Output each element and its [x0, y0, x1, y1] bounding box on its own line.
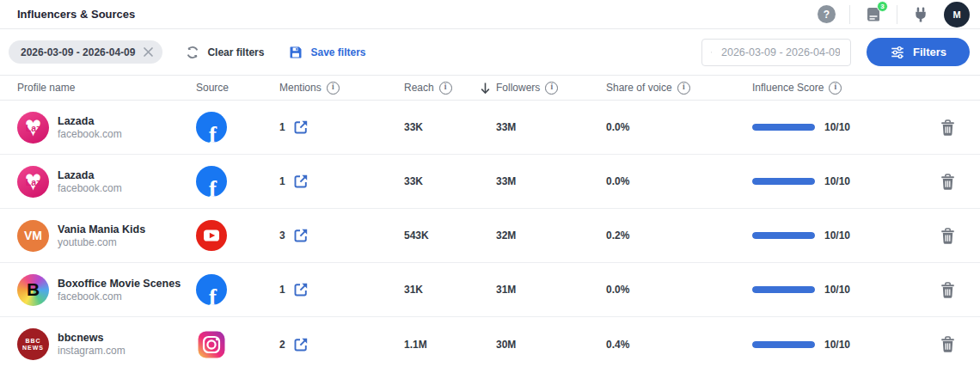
influence-score-bar-fill	[752, 178, 815, 185]
filter-bar: 2026-03-09 - 2026-04-09 Clear filters Sa…	[0, 29, 980, 76]
influence-score-cell: 10/10	[752, 121, 928, 133]
influence-score-value: 10/10	[824, 175, 850, 187]
open-mentions-button[interactable]	[292, 119, 309, 136]
mentions-count: 1	[279, 284, 285, 296]
filters-button[interactable]: Filters	[867, 38, 970, 66]
date-range-input[interactable]	[720, 46, 842, 59]
influence-score-bar-fill	[752, 124, 815, 131]
col-mentions[interactable]: Mentions	[279, 82, 404, 95]
table-row[interactable]: VM Vania Mania Kids youtube.com 3	[0, 209, 980, 263]
info-icon[interactable]	[829, 82, 842, 95]
avatar-text: BBC	[25, 338, 40, 345]
info-icon[interactable]	[677, 82, 690, 95]
trash-icon	[940, 119, 956, 137]
date-range-chip-label: 2026-03-09 - 2026-04-09	[21, 46, 135, 58]
delete-row-button[interactable]	[940, 173, 956, 191]
col-followers-label: Followers	[496, 82, 540, 94]
updates-button[interactable]: 3	[864, 5, 883, 24]
profile-cell[interactable]: BBC NEWS bbcnews instagram.com	[17, 328, 196, 360]
info-icon[interactable]	[545, 82, 558, 95]
profile-cell[interactable]: B Boxoffice Movie Scenes facebook.com	[17, 274, 196, 306]
table-row[interactable]: Laz Lazada facebook.com 1	[0, 101, 980, 155]
divider	[849, 5, 850, 24]
profile-avatar: VM	[17, 220, 49, 252]
delete-cell	[928, 119, 963, 137]
profile-name[interactable]: Boxoffice Movie Scenes	[58, 278, 181, 290]
integrations-button[interactable]	[911, 5, 930, 24]
table-row[interactable]: BBC NEWS bbcnews instagram.com	[0, 317, 980, 371]
mentions-cell: 1	[279, 173, 404, 190]
followers-cell: 31M	[480, 284, 606, 296]
col-influence-score[interactable]: Influence Score	[752, 82, 928, 95]
external-link-icon	[292, 227, 309, 244]
open-mentions-button[interactable]	[292, 173, 309, 190]
help-icon[interactable]: ?	[818, 5, 836, 23]
trash-icon	[940, 173, 956, 191]
clear-filters-label: Clear filters	[207, 46, 264, 58]
profile-cell[interactable]: Laz Lazada facebook.com	[17, 112, 196, 144]
table-row[interactable]: B Boxoffice Movie Scenes facebook.com 1	[0, 263, 980, 317]
share-of-voice-cell: 0.0%	[606, 121, 752, 133]
profile-text: Vania Mania Kids youtube.com	[58, 223, 145, 248]
date-range-input-wrapper[interactable]	[701, 39, 851, 66]
external-link-icon	[292, 281, 309, 298]
sort-desc-icon	[480, 82, 491, 95]
trash-icon	[940, 335, 956, 353]
col-reach-label: Reach	[404, 82, 434, 94]
sliders-icon	[890, 45, 905, 60]
profile-avatar: BBC NEWS	[17, 328, 49, 360]
delete-row-button[interactable]	[940, 335, 956, 353]
profile-name[interactable]: Lazada	[58, 169, 122, 181]
date-range-chip[interactable]: 2026-03-09 - 2026-04-09	[9, 40, 162, 64]
delete-row-button[interactable]	[940, 119, 956, 137]
info-icon[interactable]	[439, 82, 452, 95]
delete-cell	[928, 281, 963, 299]
col-followers[interactable]: Followers	[480, 82, 606, 95]
reach-cell: 33K	[404, 175, 480, 187]
avatar-text: B	[27, 279, 40, 300]
calendar-icon	[711, 45, 712, 60]
mentions-count: 1	[279, 121, 285, 133]
app-header: Influencers & Sources ? 3 M	[0, 0, 980, 29]
clear-filters-button[interactable]: Clear filters	[185, 45, 264, 60]
filters-button-label: Filters	[913, 46, 946, 58]
open-mentions-button[interactable]	[292, 227, 309, 244]
chip-close-icon[interactable]	[143, 46, 154, 58]
profile-domain: instagram.com	[58, 345, 126, 357]
profile-avatar: Laz	[17, 166, 49, 198]
avatar-text: NEWS	[22, 345, 44, 352]
col-source: Source	[196, 82, 279, 94]
trash-icon	[940, 227, 956, 245]
delete-cell	[928, 227, 963, 245]
profile-cell[interactable]: Laz Lazada facebook.com	[17, 166, 196, 198]
col-reach[interactable]: Reach	[404, 82, 480, 95]
profile-text: bbcnews instagram.com	[58, 332, 126, 357]
profile-cell[interactable]: VM Vania Mania Kids youtube.com	[17, 220, 196, 252]
delete-row-button[interactable]	[940, 227, 956, 245]
influence-score-bar	[752, 178, 815, 185]
external-link-icon	[292, 173, 309, 190]
save-filters-button[interactable]: Save filters	[288, 45, 365, 60]
reach-cell: 543K	[404, 229, 480, 242]
open-mentions-button[interactable]	[292, 281, 309, 298]
user-avatar[interactable]: M	[944, 2, 970, 28]
mentions-cell: 1	[279, 281, 404, 298]
table-header: Profile name Source Mentions Reach Follo…	[0, 76, 980, 101]
info-icon[interactable]	[327, 82, 340, 95]
open-mentions-button[interactable]	[292, 336, 309, 353]
profile-name[interactable]: Vania Mania Kids	[58, 223, 145, 235]
profile-name[interactable]: Lazada	[58, 115, 122, 127]
source-cell	[196, 329, 279, 360]
delete-row-button[interactable]	[940, 281, 956, 299]
avatar-text: Laz	[26, 123, 41, 133]
facebook-icon	[196, 112, 227, 143]
col-mentions-label: Mentions	[279, 82, 322, 94]
youtube-icon	[196, 220, 227, 251]
reach-cell: 1.1M	[404, 339, 480, 351]
reach-cell: 31K	[404, 284, 480, 296]
influence-score-cell: 10/10	[752, 284, 928, 296]
profile-name[interactable]: bbcnews	[58, 332, 126, 344]
table-row[interactable]: Laz Lazada facebook.com 1	[0, 155, 980, 209]
col-share-of-voice[interactable]: Share of voice	[606, 82, 752, 95]
share-of-voice-cell: 0.4%	[606, 339, 752, 351]
